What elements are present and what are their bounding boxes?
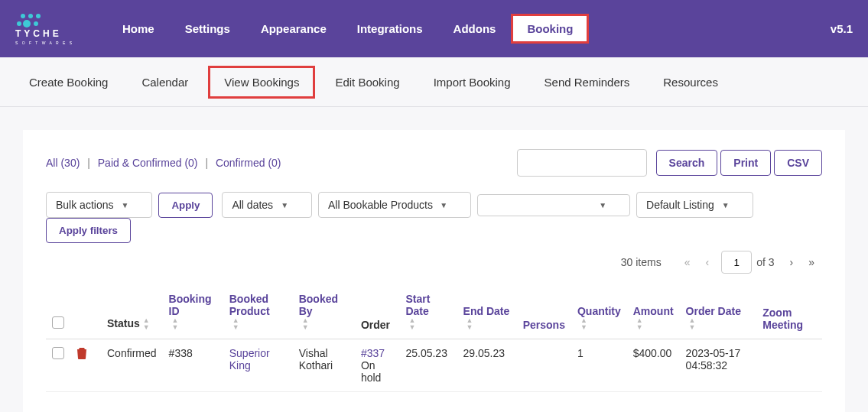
svg-point-2 [36, 14, 41, 18]
search-button[interactable]: Search [656, 150, 718, 176]
nav-booking[interactable]: Booking [511, 14, 589, 44]
bookings-table: Status Booking ID Booked Product Booked … [46, 285, 822, 392]
sort-icon [408, 317, 415, 331]
sort-icon [580, 317, 587, 331]
nav-addons[interactable]: Addons [438, 15, 512, 43]
col-persons[interactable]: Persons [517, 285, 571, 339]
col-booked-by[interactable]: Booked By [293, 285, 355, 339]
col-zoom-meeting[interactable]: Zoom Meeting [756, 285, 822, 339]
caret-down-icon: ▼ [722, 201, 730, 209]
subnav-view-bookings[interactable]: View Bookings [208, 66, 315, 99]
pager-last-button[interactable]: » [802, 253, 821, 271]
status-filter-links: All (30) | Paid & Confirmed (0) | Confir… [46, 157, 517, 169]
caret-down-icon: ▼ [440, 201, 447, 209]
listing-label: Default Listing [646, 199, 714, 211]
col-end-date[interactable]: End Date [457, 285, 517, 339]
subnav-resources[interactable]: Resources [649, 68, 732, 96]
subnav-calendar[interactable]: Calendar [128, 68, 202, 96]
order-status: On hold [361, 359, 381, 384]
subnav-edit-booking[interactable]: Edit Booking [321, 68, 413, 96]
caret-down-icon: ▼ [121, 201, 128, 209]
col-order-date[interactable]: Order Date [680, 285, 757, 339]
cell-amount: $400.00 [627, 339, 680, 392]
version-label: v5.1 [831, 22, 853, 35]
apply-button[interactable]: Apply [158, 193, 213, 218]
cell-order: #337 On hold [355, 339, 399, 392]
nav-appearance[interactable]: Appearance [245, 15, 342, 43]
page-total: of 3 [756, 256, 774, 268]
svg-point-5 [34, 21, 38, 26]
svg-point-3 [17, 21, 21, 26]
products-label: All Bookable Products [328, 199, 433, 211]
subnav-import-booking[interactable]: Import Booking [420, 68, 525, 96]
subnav-send-reminders[interactable]: Send Reminders [531, 68, 644, 96]
svg-text:S O F T W A R E S: S O F T W A R E S [15, 41, 73, 45]
col-booking-id[interactable]: Booking ID [163, 285, 223, 339]
pager-next-button[interactable]: › [784, 253, 800, 271]
nav-settings[interactable]: Settings [170, 15, 245, 43]
svg-point-4 [23, 20, 31, 28]
content-panel: All (30) | Paid & Confirmed (0) | Confir… [23, 130, 845, 412]
brand-logo: TYCHE S O F T W A R E S [15, 10, 76, 48]
main-nav: Home Settings Appearance Integrations Ad… [107, 14, 831, 44]
filter-confirmed[interactable]: Confirmed (0) [216, 157, 281, 169]
search-input[interactable] [517, 149, 647, 177]
bulk-actions-select[interactable]: Bulk actions ▼ [46, 192, 152, 218]
filter-paid-confirmed[interactable]: Paid & Confirmed (0) [98, 157, 198, 169]
col-booked-product[interactable]: Booked Product [223, 285, 293, 339]
sort-icon [172, 317, 179, 331]
csv-button[interactable]: CSV [774, 150, 822, 176]
pager-prev-button[interactable]: ‹ [700, 253, 716, 271]
svg-text:TYCHE: TYCHE [15, 28, 62, 39]
nav-integrations[interactable]: Integrations [342, 15, 438, 43]
print-button[interactable]: Print [720, 150, 771, 176]
col-order[interactable]: Order [355, 285, 399, 339]
sort-icon [467, 317, 473, 331]
page-input[interactable] [721, 251, 752, 274]
svg-point-0 [21, 14, 25, 18]
sort-icon [689, 317, 696, 331]
pager-first-button[interactable]: « [678, 253, 697, 271]
cell-booked-product[interactable]: Superior King [223, 339, 293, 392]
bulk-actions-label: Bulk actions [56, 199, 113, 211]
cell-order-date: 2023-05-17 04:58:32 [680, 339, 757, 392]
cell-zoom [756, 339, 822, 392]
caret-down-icon: ▼ [599, 201, 606, 209]
listing-select[interactable]: Default Listing ▼ [636, 192, 753, 218]
products-select[interactable]: All Bookable Products ▼ [318, 192, 471, 218]
trash-icon[interactable] [76, 349, 87, 362]
items-count: 30 items [621, 256, 662, 268]
sort-icon [636, 317, 643, 331]
col-amount[interactable]: Amount [627, 285, 680, 339]
col-quantity[interactable]: Quantity [571, 285, 627, 339]
subnav-create-booking[interactable]: Create Booking [15, 68, 122, 96]
sort-icon [143, 317, 150, 331]
col-status[interactable]: Status [101, 285, 163, 339]
apply-filters-button[interactable]: Apply filters [46, 218, 131, 243]
svg-point-1 [28, 14, 33, 18]
col-start-date[interactable]: Start Date [399, 285, 457, 339]
row-checkbox[interactable] [52, 347, 64, 359]
cell-booking-id: #338 [163, 339, 223, 392]
sub-navbar: Create Booking Calendar View Bookings Ed… [0, 57, 868, 107]
sort-icon [302, 317, 309, 331]
pagination: 30 items « ‹ of 3 › » [46, 251, 822, 274]
dates-select[interactable]: All dates ▼ [222, 192, 312, 218]
cell-persons [517, 339, 571, 392]
cell-end-date: 29.05.23 [457, 339, 517, 392]
cell-status: Confirmed [101, 339, 163, 392]
select-all-checkbox[interactable] [52, 316, 64, 329]
top-navbar: TYCHE S O F T W A R E S Home Settings Ap… [0, 0, 868, 57]
cell-booked-by: Vishal Kothari [293, 339, 355, 392]
caret-down-icon: ▼ [281, 201, 288, 209]
separator: | [205, 157, 208, 169]
sort-icon [232, 317, 239, 331]
extra-select[interactable]: ▼ [477, 194, 630, 216]
dates-label: All dates [232, 199, 273, 211]
table-row: Confirmed #338 Superior King Vishal Koth… [46, 339, 822, 392]
cell-quantity: 1 [571, 339, 627, 392]
separator: | [87, 157, 90, 169]
filter-all[interactable]: All (30) [46, 157, 80, 169]
nav-home[interactable]: Home [107, 15, 170, 43]
order-link[interactable]: #337 [361, 347, 385, 359]
